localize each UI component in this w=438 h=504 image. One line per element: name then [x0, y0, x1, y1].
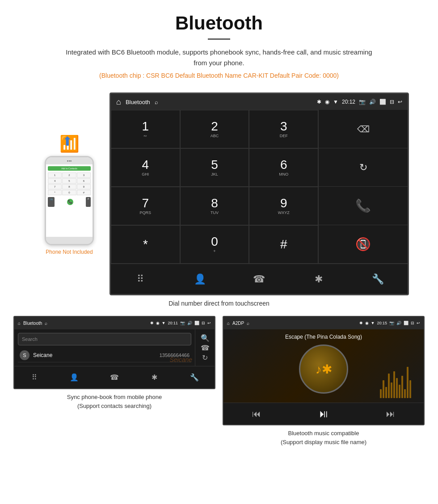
- phone-key-7: 7: [48, 184, 62, 189]
- pb-dialpad-icon[interactable]: ⠿: [25, 373, 44, 382]
- contacts-icon[interactable]: 👤: [186, 264, 213, 294]
- pb-phone-icon[interactable]: ☎: [105, 373, 124, 382]
- back-icon[interactable]: ↩: [398, 99, 402, 105]
- music-win-icon: ⊟: [411, 321, 414, 325]
- music-location-icon: ◉: [365, 321, 369, 325]
- car-bottom-bar-main: ⠿ 👤 ☎ ✱ 🔧: [111, 264, 408, 294]
- dial-key-6[interactable]: 6 MNO: [249, 148, 318, 187]
- pb-bt-icon: ✱: [150, 321, 154, 325]
- phone-call-btn[interactable]: 📞: [67, 199, 73, 205]
- dial-key-7[interactable]: 7 PQRS: [111, 187, 180, 225]
- pb-settings-icon[interactable]: 🔧: [185, 373, 204, 382]
- search-placeholder: Search: [22, 336, 187, 342]
- pb-bt-bottom-icon[interactable]: ✱: [145, 373, 164, 382]
- pb-call-icon[interactable]: ☎: [201, 344, 210, 352]
- dial-key-8[interactable]: 8 TUV: [180, 187, 249, 225]
- page-title: Bluetooth: [0, 13, 438, 34]
- dial-key-9[interactable]: 9 WXYZ: [249, 187, 318, 225]
- call-button[interactable]: 📞: [319, 187, 408, 225]
- pb-usb-icon: ⌕: [45, 321, 47, 326]
- contact-number: 13566664466: [160, 353, 190, 358]
- bluetooth-icon[interactable]: ✱: [305, 264, 332, 294]
- phone-key-8: 8: [62, 184, 76, 189]
- phone-icon[interactable]: ☎: [246, 264, 273, 294]
- music-bt-icon: ✱: [359, 321, 363, 325]
- settings-icon[interactable]: 🔧: [365, 264, 392, 294]
- car-status-bar-main: ⌂ Bluetooth ⌕ ✱ ◉ ▼ 20:12 📷 🔊 ⬜ ⊟ ↩: [111, 94, 408, 110]
- music-back-icon[interactable]: ↩: [417, 321, 420, 325]
- pb-bottom-bar: ⠿ 👤 ☎ ✱ 🔧: [14, 366, 215, 388]
- bottom-screenshots-row: ⌂ Bluetooth ⌕ ✱ ◉ ▼ 20:11 📷 🔊 ⬜ ⊟ ↩: [0, 316, 438, 446]
- car-screen-main: ⌂ Bluetooth ⌕ ✱ ◉ ▼ 20:12 📷 🔊 ⬜ ⊟ ↩ 1: [110, 92, 409, 295]
- car-app-name: Bluetooth: [126, 99, 150, 105]
- phone-key-6: 6: [77, 178, 91, 184]
- phone-bottom-bar: [46, 237, 93, 244]
- next-track-button[interactable]: ⏭: [381, 407, 400, 421]
- music-usb-icon: ⌕: [247, 321, 249, 326]
- phone-key-star: *: [48, 190, 62, 195]
- music-home-icon[interactable]: ⌂: [227, 321, 230, 326]
- pb-search-icon[interactable]: 🔍: [201, 334, 210, 342]
- music-disp-icon: ⬜: [404, 321, 409, 325]
- pb-win-icon: ⊟: [202, 321, 205, 325]
- pb-status-right: ✱ ◉ ▼ 20:11 📷 🔊 ⬜ ⊟ ↩: [150, 321, 211, 325]
- music-time: 20:15: [377, 321, 387, 325]
- pb-contacts-icon[interactable]: 👤: [64, 373, 84, 382]
- home-icon[interactable]: ⌂: [116, 97, 121, 107]
- phonebook-inner: Search S Seicane 13566664466 🔍 ☎ ↻: [14, 329, 215, 366]
- contact-row[interactable]: S Seicane 13566664466: [18, 348, 191, 362]
- music-song-title: Escape (The Pina Colada Song): [227, 334, 420, 340]
- pb-refresh-icon[interactable]: ↻: [202, 353, 208, 362]
- phone-top-bar: ●●●: [46, 157, 93, 164]
- location-icon: ◉: [325, 99, 329, 105]
- phonebook-car-screen: ⌂ Bluetooth ⌕ ✱ ◉ ▼ 20:11 📷 🔊 ⬜ ⊟ ↩: [13, 316, 215, 389]
- phone-key-9: 9: [77, 184, 91, 189]
- pb-time: 20:11: [168, 321, 178, 325]
- music-signal-icon: ▼: [371, 321, 375, 325]
- dial-key-0[interactable]: 0 +: [180, 225, 249, 264]
- dialpad-icon[interactable]: ⠿: [127, 264, 154, 294]
- specs-line: (Bluetooth chip : CSR BC6 Default Blueto…: [0, 72, 438, 79]
- music-note-icon: ♪✱: [316, 362, 332, 377]
- dial-key-3[interactable]: 3 DEF: [249, 110, 318, 148]
- caption-main: Dial number direct from touchscreen: [0, 300, 438, 307]
- camera-icon: 📷: [359, 99, 366, 105]
- phonebook-content: Search S Seicane 13566664466: [14, 329, 195, 366]
- music-content: Escape (The Pina Colada Song) ♪✱: [223, 329, 424, 403]
- phone-key-2: 2: [62, 172, 76, 178]
- usb-icon: ⌕: [155, 99, 158, 105]
- dial-key-1[interactable]: 1 ∾: [111, 110, 180, 148]
- dial-key-4[interactable]: 4 GHI: [111, 148, 180, 187]
- display-icon: ⬜: [379, 99, 386, 105]
- pb-home-icon[interactable]: ⌂: [18, 321, 21, 326]
- music-status-bar: ⌂ A2DP ⌕ ✱ ◉ ▼ 20:15 📷 🔊 ⬜ ⊟ ↩: [223, 317, 424, 329]
- music-status-right: ✱ ◉ ▼ 20:15 📷 🔊 ⬜ ⊟ ↩: [359, 321, 420, 325]
- music-album-art: ♪✱: [299, 344, 348, 394]
- page-header: Bluetooth Integrated with BC6 Bluetooth …: [0, 0, 438, 92]
- contact-initial: S: [20, 350, 29, 360]
- dial-key-star[interactable]: *: [111, 225, 180, 264]
- bluetooth-waves-icon: 📶 ⬆: [59, 133, 80, 153]
- phone-key-1: 1: [48, 172, 62, 178]
- dial-key-5[interactable]: 5 JKL: [180, 148, 249, 187]
- pb-signal-icon: ▼: [162, 321, 166, 325]
- equalizer: [380, 362, 411, 398]
- car-status-right: ✱ ◉ ▼ 20:12 📷 🔊 ⬜ ⊟ ↩: [317, 99, 402, 105]
- backspace-button[interactable]: ⌫: [319, 110, 408, 148]
- pb-back-icon[interactable]: ↩: [207, 321, 211, 325]
- music-car-screen: ⌂ A2DP ⌕ ✱ ◉ ▼ 20:15 📷 🔊 ⬜ ⊟ ↩: [223, 316, 425, 425]
- refresh-button[interactable]: ↻: [319, 148, 408, 187]
- prev-track-button[interactable]: ⏮: [247, 407, 266, 421]
- dial-key-hash[interactable]: #: [249, 225, 318, 264]
- phone-label: Phone Not Included: [46, 249, 93, 255]
- pb-disp-icon: ⬜: [194, 321, 199, 325]
- pb-cam-icon: 📷: [180, 321, 185, 325]
- music-screen-block: ⌂ A2DP ⌕ ✱ ◉ ▼ 20:15 📷 🔊 ⬜ ⊟ ↩: [223, 316, 425, 446]
- end-call-button[interactable]: 📵: [319, 225, 408, 264]
- music-caption: Bluetooth music compatible (Support disp…: [281, 429, 366, 446]
- signal-icon: ▼: [333, 99, 338, 105]
- pb-app-name: Bluetooth: [23, 321, 42, 326]
- play-pause-button[interactable]: ⏯: [313, 406, 334, 422]
- search-bar[interactable]: Search: [18, 333, 191, 345]
- dial-key-2[interactable]: 2 ABC: [180, 110, 249, 148]
